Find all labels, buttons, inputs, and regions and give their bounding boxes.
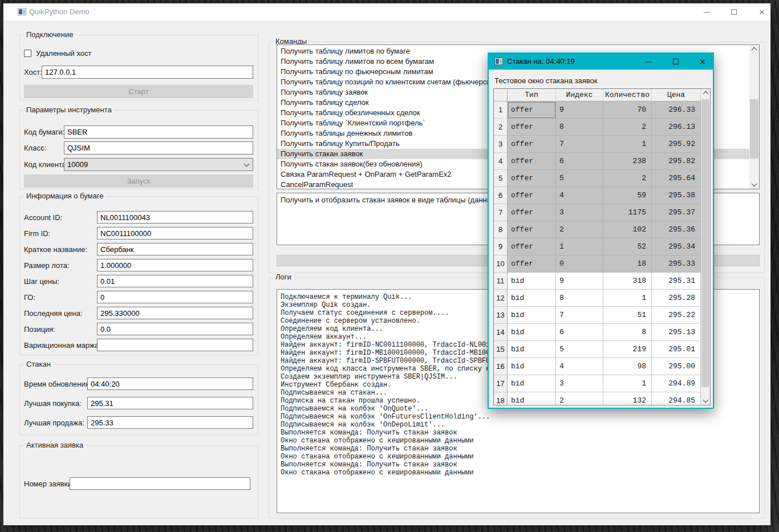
info-field-input[interactable]: NL0011100043 (97, 211, 253, 224)
cell-qty[interactable]: 238 (603, 153, 652, 170)
cell-qty[interactable]: 102 (603, 221, 652, 238)
cell-type[interactable]: offer (508, 238, 556, 255)
cell-qty[interactable]: 318 (603, 273, 652, 290)
cell-type[interactable]: bid (508, 324, 556, 341)
cell-index[interactable]: 1 (556, 238, 603, 255)
cell-type[interactable]: bid (508, 307, 556, 324)
scrollbar-thumb[interactable] (750, 99, 758, 159)
cell-index[interactable]: 2 (556, 221, 603, 238)
cell-index[interactable]: 5 (556, 170, 603, 187)
cell-type[interactable]: bid (508, 358, 556, 375)
cell-qty[interactable]: 219 (603, 341, 652, 358)
cell-qty[interactable]: 1 (603, 136, 652, 153)
scroll-up-icon[interactable] (701, 89, 710, 99)
scroll-down-icon[interactable] (701, 395, 710, 405)
info-field-input[interactable]: 0.0 (97, 323, 253, 335)
cell-qty[interactable]: 18 (603, 255, 652, 273)
cell-price[interactable]: 295.82 (652, 153, 701, 170)
info-field-input[interactable]: 0 (97, 291, 253, 303)
dom-table-scrollbar[interactable] (701, 89, 710, 405)
cell-price[interactable]: 295.13 (652, 324, 701, 341)
cell-qty[interactable]: 132 (603, 392, 652, 405)
cell-type[interactable]: offer (508, 187, 556, 204)
dom-table-header-index[interactable]: Индекс (556, 89, 603, 101)
class-input[interactable]: QJSIM (64, 141, 253, 155)
cell-price[interactable]: 295.64 (652, 170, 701, 187)
dom-field-input[interactable]: 295.31 (87, 397, 253, 409)
cell-index[interactable]: 4 (556, 187, 603, 204)
cell-type[interactable]: offer (508, 136, 556, 153)
scrollbar-thumb[interactable] (701, 99, 709, 387)
cell-qty[interactable]: 1175 (603, 204, 652, 221)
dom-window-titlebar[interactable]: Стакан на: 04:40:19 × (489, 54, 713, 70)
cell-index[interactable]: 5 (556, 341, 603, 358)
cell-type[interactable]: bid (508, 341, 556, 358)
cell-type[interactable]: offer (508, 153, 556, 170)
order-number-input[interactable] (70, 477, 250, 490)
cell-index[interactable]: 3 (556, 204, 603, 221)
cell-qty[interactable]: 98 (603, 358, 652, 375)
info-field-input[interactable]: 1.000000 (97, 259, 253, 271)
cell-qty[interactable]: 1 (603, 290, 652, 307)
cell-type[interactable]: bid (508, 375, 556, 392)
cell-qty[interactable]: 1 (603, 375, 652, 392)
dom-field-input[interactable]: 295.33 (87, 416, 253, 429)
info-field-input[interactable] (97, 339, 253, 351)
main-titlebar[interactable]: QuikPython Demo × (3, 3, 770, 21)
cell-qty[interactable]: 59 (603, 187, 652, 204)
cell-qty[interactable]: 8 (603, 324, 652, 341)
cell-index[interactable]: 7 (556, 307, 603, 324)
cell-type[interactable]: offer (508, 255, 556, 273)
minimize-button[interactable] (697, 6, 716, 18)
info-field-input[interactable]: 0.01 (97, 275, 253, 287)
run-button[interactable]: Запуск (24, 174, 253, 188)
dom-close-button[interactable]: × (693, 55, 712, 68)
cell-price[interactable]: 295.33 (652, 255, 701, 273)
cell-qty[interactable]: 51 (603, 307, 652, 324)
cell-price[interactable]: 294.85 (652, 392, 701, 405)
cell-price[interactable]: 295.01 (652, 341, 701, 358)
dom-table-header-type[interactable]: Тип (508, 89, 556, 101)
cell-qty[interactable]: 2 (603, 170, 652, 187)
cell-qty[interactable]: 70 (603, 101, 652, 119)
info-field-input[interactable]: 295.330000 (97, 307, 253, 319)
cell-type[interactable]: offer (508, 204, 556, 221)
cell-price[interactable]: 295.37 (652, 204, 701, 221)
cell-qty[interactable]: 2 (603, 119, 652, 136)
cell-index[interactable]: 4 (556, 358, 603, 375)
commands-scrollbar[interactable] (749, 45, 759, 189)
cell-price[interactable]: 295.28 (652, 290, 701, 307)
cell-price[interactable]: 295.34 (652, 238, 701, 255)
cell-type[interactable]: offer (508, 170, 556, 187)
dom-field-input[interactable]: 04:40:20 (87, 377, 253, 390)
start-button[interactable]: Старт (24, 85, 253, 98)
cell-price[interactable]: 295.00 (652, 358, 701, 375)
cell-index[interactable]: 8 (556, 290, 603, 307)
info-field-input[interactable]: Сбербанк (97, 243, 253, 255)
cell-price[interactable]: 296.13 (652, 119, 701, 136)
cell-price[interactable]: 295.92 (652, 136, 701, 153)
cell-price[interactable]: 295.31 (652, 273, 701, 290)
cell-price[interactable]: 295.38 (652, 187, 701, 204)
cell-index[interactable]: 8 (556, 119, 603, 136)
cell-price[interactable]: 295.22 (652, 307, 701, 324)
cell-index[interactable]: 7 (556, 136, 603, 153)
cell-index[interactable]: 3 (556, 375, 603, 392)
cell-index[interactable]: 9 (556, 101, 603, 119)
cell-index[interactable]: 6 (556, 324, 603, 341)
remote-host-checkbox[interactable] (24, 50, 31, 57)
scroll-down-icon[interactable] (749, 179, 759, 189)
cell-price[interactable]: 294.89 (652, 375, 701, 392)
host-input[interactable]: 127.0.0.1 (42, 66, 253, 79)
cell-index[interactable]: 9 (556, 273, 603, 290)
dom-table-header-price[interactable]: Цена (652, 89, 701, 101)
dom-maximize-button[interactable] (666, 55, 685, 68)
cell-type[interactable]: offer (508, 221, 556, 238)
cell-type[interactable]: offer (508, 101, 556, 119)
cell-type[interactable]: bid (508, 273, 556, 290)
cell-index[interactable]: 6 (556, 153, 603, 170)
cell-qty[interactable]: 52 (603, 238, 652, 255)
cell-type[interactable]: bid (508, 290, 556, 307)
dom-minimize-button[interactable] (639, 55, 658, 68)
cell-index[interactable]: 0 (556, 255, 603, 273)
